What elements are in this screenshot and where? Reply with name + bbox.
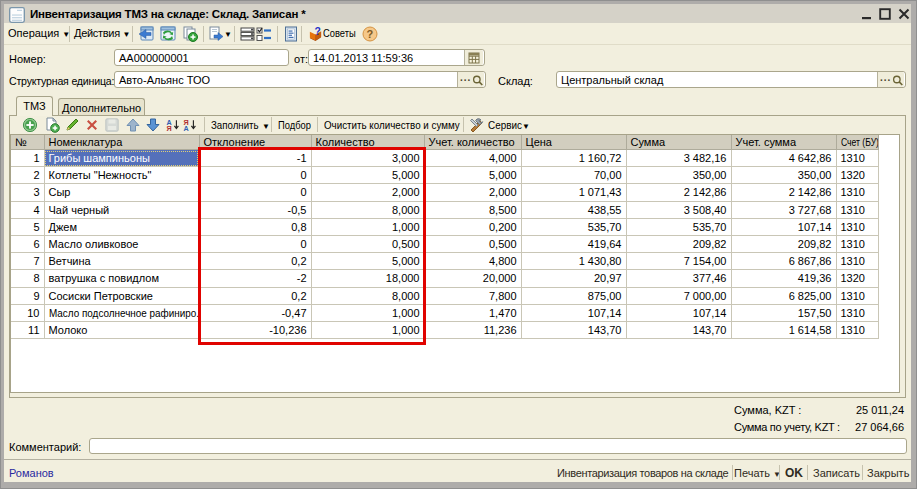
svg-text:Я: Я bbox=[166, 124, 171, 133]
svg-text:А: А bbox=[183, 124, 188, 133]
svg-text:?: ? bbox=[367, 28, 374, 40]
svg-text:?: ? bbox=[315, 26, 321, 37]
